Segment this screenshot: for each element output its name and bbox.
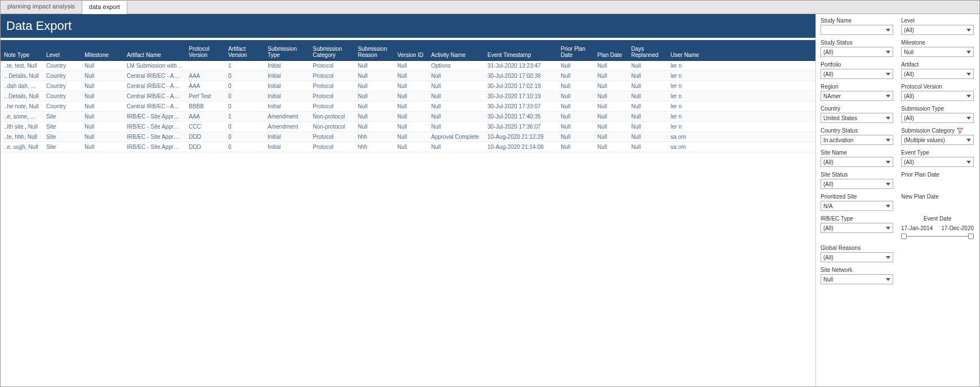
table-row[interactable]: ..he note, NullCountryNullCentral IRB/EC… — [1, 101, 815, 111]
cell-user: ler n — [667, 101, 815, 111]
cell-vid: Null — [394, 131, 428, 142]
table-row[interactable]: ..e, uujjh, NullSiteNullIRB/EC - Site Ap… — [1, 142, 815, 152]
cell-ts: 30-Jul-2020 17:33:07 — [484, 101, 557, 111]
cell-aver: 0 — [225, 71, 264, 81]
table-row[interactable]: .. Details, NullCountryNullCentral IRB/E… — [1, 91, 815, 101]
cell-mile: Null — [81, 101, 123, 111]
filter-country[interactable]: United States — [821, 113, 893, 123]
cell-ppd: Null — [557, 121, 594, 131]
filter-level[interactable]: (All) — [901, 25, 974, 35]
filter-prioritized-site[interactable]: N/A — [821, 201, 893, 211]
cell-level: Country — [43, 71, 81, 81]
table-row[interactable]: ..ith site., NullSiteNullIRB/EC - Site A… — [1, 121, 815, 131]
slider-handle-right[interactable] — [968, 234, 974, 239]
table-row[interactable]: ..te, hhh, NullSiteNullIRB/EC - Site App… — [1, 131, 815, 142]
col-event-timestamp[interactable]: Event Timestamp — [484, 40, 557, 60]
cell-ts: 30-Jul-2020 17:10:19 — [484, 91, 557, 101]
tab-data-export[interactable]: data export — [82, 1, 127, 14]
cell-sreas: Null — [354, 60, 394, 71]
filter-country-status[interactable]: In activation — [821, 135, 893, 145]
cell-stype: Initial — [264, 60, 309, 71]
cell-scat: Protocol — [309, 60, 354, 71]
cell-ts: 30-Jul-2020 17:00:38 — [484, 71, 557, 81]
col-user-name[interactable]: User Name — [667, 40, 815, 60]
filter-milestone[interactable]: Null — [901, 47, 974, 57]
cell-level: Site — [43, 142, 81, 152]
filter-study-status[interactable]: (All) — [821, 47, 893, 57]
event-date-slider[interactable] — [901, 232, 974, 240]
cell-pver: DDD — [185, 131, 225, 142]
col-milestone[interactable]: Milestone — [81, 40, 123, 60]
cell-pd: Null — [594, 142, 628, 152]
filter-site-name[interactable]: (All) — [821, 157, 893, 167]
filter-label-site-status: Site Status — [821, 171, 893, 178]
cell-mile: Null — [81, 81, 123, 91]
filter-label-submission-type: Submission Type — [901, 105, 974, 112]
cell-sreas: Null — [354, 101, 394, 111]
filter-artifact[interactable]: (All) — [901, 69, 974, 79]
col-days-replanned[interactable]: Days Replanned — [628, 40, 667, 60]
cell-level: Site — [43, 121, 81, 131]
filter-site-status[interactable]: (All) — [821, 179, 893, 189]
cell-note: ..e, uujjh, Null — [1, 142, 43, 152]
filter-event-type[interactable]: (All) — [901, 157, 974, 167]
filter-submission-category[interactable]: (Multiple values) — [901, 135, 974, 145]
cell-mile: Null — [81, 121, 123, 131]
cell-level: Country — [43, 81, 81, 91]
cell-stype: Initial — [264, 71, 309, 81]
col-version-id[interactable]: Version ID — [394, 40, 428, 60]
filter-label-global-reasons: Global Reasons — [821, 245, 893, 251]
tab-bar: planning impact analysis data export — [1, 1, 979, 14]
cell-sreas: Null — [354, 91, 394, 101]
cell-scat: Protocol — [309, 91, 354, 101]
cell-user: sa om — [667, 131, 815, 142]
table-row[interactable]: ..e, some, NullSiteNullIRB/EC - Site App… — [1, 111, 815, 121]
filter-label-prioritized-site: Prioritized Site — [821, 194, 893, 200]
cell-level: Country — [43, 101, 81, 111]
filter-study-name[interactable] — [821, 25, 893, 35]
col-artifact-name[interactable]: Artifact Name — [123, 40, 185, 60]
table-row[interactable]: ..te, test, NullCountryNullLM Submission… — [1, 60, 815, 71]
filter-label-site-name: Site Name — [821, 149, 893, 156]
cell-act: Null — [428, 111, 484, 121]
col-note-type[interactable]: Note Type — [1, 40, 43, 60]
cell-note: .. Details, Null — [1, 91, 43, 101]
filter-site-network[interactable]: Null — [821, 274, 893, 284]
cell-level: Country — [43, 91, 81, 101]
table-row[interactable]: ..dah dah, NullCountryNullCentral IRB/EC… — [1, 81, 815, 91]
cell-ts: 10-Aug-2020 21:12:29 — [484, 131, 557, 142]
col-plan-date[interactable]: Plan Date — [594, 40, 628, 60]
cell-user: sa om — [667, 142, 815, 152]
cell-ppd: Null — [557, 60, 594, 71]
col-level[interactable]: Level — [43, 40, 81, 60]
filter-global-reasons[interactable]: (All) — [821, 252, 893, 262]
filter-irb-ec-type[interactable]: (All) — [821, 223, 893, 233]
cell-act: Null — [428, 101, 484, 111]
cell-vid: Null — [394, 121, 428, 131]
cell-mile: Null — [81, 60, 123, 71]
col-prior-plan-date[interactable]: Prior Plan Date — [557, 40, 594, 60]
filter-region[interactable]: NAmer — [821, 91, 893, 101]
filter-portfolio[interactable]: (All) — [821, 69, 893, 79]
col-artifact-version[interactable]: Artifact Version — [225, 40, 264, 60]
cell-aver: 1 — [225, 60, 264, 71]
cell-drp: Null — [628, 60, 667, 71]
cell-ppd: Null — [557, 142, 594, 152]
col-submission-reason[interactable]: Submission Reason — [354, 40, 394, 60]
col-protocol-version[interactable]: Protocol Version — [185, 40, 225, 60]
filter-protocol-version[interactable]: (All) — [901, 91, 974, 101]
cell-art: IRB/EC - Site Approval — [123, 111, 185, 121]
cell-mile: Null — [81, 111, 123, 121]
filter-applied-icon[interactable] — [957, 127, 963, 134]
col-submission-type[interactable]: Submission Type — [264, 40, 309, 60]
filter-label-protocol-version: Protocol Version — [901, 83, 974, 90]
table-row[interactable]: .. Details, NullCountryNullCentral IRB/E… — [1, 71, 815, 81]
slider-handle-left[interactable] — [901, 234, 907, 239]
cell-ppd: Null — [557, 131, 594, 142]
cell-stype: Amendment — [264, 111, 309, 121]
tab-planning-impact-analysis[interactable]: planning impact analysis — [1, 1, 82, 14]
filter-submission-type[interactable]: (All) — [901, 113, 974, 123]
col-activity-name[interactable]: Activity Name — [428, 40, 484, 60]
col-submission-category[interactable]: Submission Category — [309, 40, 354, 60]
cell-vid: Null — [394, 111, 428, 121]
